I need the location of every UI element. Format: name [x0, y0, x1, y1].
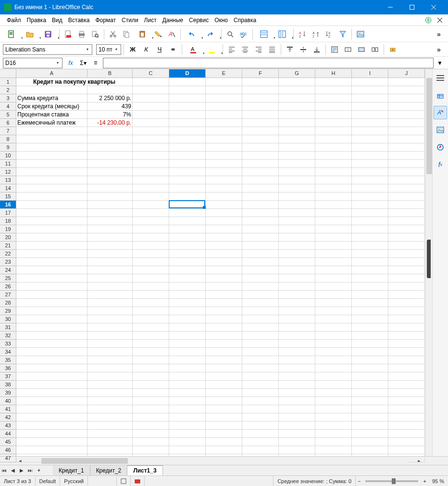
cell-H17[interactable]	[315, 209, 352, 217]
cell-B14[interactable]	[87, 184, 133, 192]
save-button[interactable]	[39, 28, 57, 40]
cell-A43[interactable]	[16, 422, 87, 430]
cell-F8[interactable]	[242, 135, 279, 143]
cell-J26[interactable]	[388, 282, 425, 291]
cell-J17[interactable]	[388, 209, 425, 217]
cell-E8[interactable]	[206, 135, 242, 143]
cell-I38[interactable]	[352, 381, 388, 389]
cell-G46[interactable]	[279, 446, 315, 454]
cell-D21[interactable]	[169, 242, 206, 250]
tab-last-button[interactable]: ⏭	[26, 465, 35, 475]
cell-G12[interactable]	[279, 168, 315, 176]
cell-B2[interactable]	[87, 86, 133, 94]
cell-A23[interactable]	[16, 258, 87, 266]
cell-A25[interactable]	[16, 274, 87, 282]
cell-G41[interactable]	[279, 405, 315, 413]
cell-D31[interactable]	[169, 323, 206, 332]
cell-G25[interactable]	[279, 274, 315, 282]
row-header-3[interactable]: 3	[0, 94, 16, 102]
row-header-32[interactable]: 32	[0, 332, 16, 340]
cell-H25[interactable]	[315, 274, 352, 282]
cell-C38[interactable]	[133, 381, 169, 389]
cell-D7[interactable]	[169, 127, 206, 135]
cell-C46[interactable]	[133, 446, 169, 454]
cell-G16[interactable]	[279, 201, 315, 209]
cell-J7[interactable]	[388, 127, 425, 135]
cell-B7[interactable]	[87, 127, 133, 135]
row-header-41[interactable]: 41	[0, 405, 16, 413]
sidebar-menu-icon[interactable]	[434, 71, 447, 85]
cell-A1[interactable]: Кредит на покупку квартиры	[16, 78, 133, 86]
row-header-37[interactable]: 37	[0, 372, 16, 381]
cell-C19[interactable]	[133, 225, 169, 233]
cell-F18[interactable]	[242, 217, 279, 225]
function-wizard-button[interactable]: fx	[65, 58, 76, 68]
cell-I17[interactable]	[352, 209, 388, 217]
cell-J11[interactable]	[388, 160, 425, 168]
properties-icon[interactable]	[434, 89, 447, 102]
status-aggregate[interactable]: Среднее значение: ; Сумма: 0	[273, 476, 356, 486]
cell-D4[interactable]	[169, 102, 206, 111]
cell-E30[interactable]	[206, 315, 242, 323]
cell-F20[interactable]	[242, 233, 279, 242]
cell-G23[interactable]	[279, 258, 315, 266]
row-header-44[interactable]: 44	[0, 430, 16, 438]
cell-A14[interactable]	[16, 184, 87, 192]
image-button[interactable]	[354, 28, 367, 40]
cell-H2[interactable]	[315, 86, 352, 94]
cell-F28[interactable]	[242, 299, 279, 307]
highlight-button[interactable]	[203, 43, 220, 56]
cell-J32[interactable]	[388, 332, 425, 340]
cell-I23[interactable]	[352, 258, 388, 266]
cell-I14[interactable]	[352, 184, 388, 192]
cell-C42[interactable]	[133, 413, 169, 422]
cell-E27[interactable]	[206, 291, 242, 299]
cell-H27[interactable]	[315, 291, 352, 299]
cell-F17[interactable]	[242, 209, 279, 217]
cell-J25[interactable]	[388, 274, 425, 282]
cell-A33[interactable]	[16, 340, 87, 348]
cell-F44[interactable]	[242, 430, 279, 438]
cell-I12[interactable]	[352, 168, 388, 176]
cell-G21[interactable]	[279, 242, 315, 250]
cell-A38[interactable]	[16, 381, 87, 389]
underline-button[interactable]: Ч	[153, 43, 166, 56]
cell-H7[interactable]	[315, 127, 352, 135]
cell-D45[interactable]	[169, 438, 206, 446]
cell-H3[interactable]	[315, 94, 352, 102]
cell-F29[interactable]	[242, 307, 279, 315]
cell-C4[interactable]	[133, 102, 169, 111]
cell-E24[interactable]	[206, 266, 242, 274]
toolbar-overflow-button[interactable]: »	[433, 28, 445, 40]
cell-F43[interactable]	[242, 422, 279, 430]
cell-F13[interactable]	[242, 176, 279, 184]
minimize-button[interactable]	[379, 0, 401, 14]
cell-H32[interactable]	[315, 332, 352, 340]
cell-G17[interactable]	[279, 209, 315, 217]
cell-B9[interactable]	[87, 143, 133, 152]
row-header-29[interactable]: 29	[0, 307, 16, 315]
close-doc-icon[interactable]	[436, 16, 444, 25]
cell-B27[interactable]	[87, 291, 133, 299]
cell-I27[interactable]	[352, 291, 388, 299]
cell-G38[interactable]	[279, 381, 315, 389]
tab-prev-button[interactable]: ◀	[9, 465, 17, 475]
redo-button[interactable]	[201, 28, 219, 40]
cell-D38[interactable]	[169, 381, 206, 389]
sum-button[interactable]: Σ▾	[78, 58, 88, 68]
cell-G27[interactable]	[279, 291, 315, 299]
cell-D8[interactable]	[169, 135, 206, 143]
cell-B25[interactable]	[87, 274, 133, 282]
cell-J29[interactable]	[388, 307, 425, 315]
row-header-46[interactable]: 46	[0, 446, 16, 454]
cell-J19[interactable]	[388, 225, 425, 233]
cell-D39[interactable]	[169, 389, 206, 397]
row-header-33[interactable]: 33	[0, 340, 16, 348]
cell-D26[interactable]	[169, 282, 206, 291]
zoom-slider[interactable]	[365, 480, 418, 482]
cell-E20[interactable]	[206, 233, 242, 242]
cell-F5[interactable]	[242, 111, 279, 119]
cell-A5[interactable]: Процентная ставка	[16, 111, 87, 119]
cell-D29[interactable]	[169, 307, 206, 315]
cell-G33[interactable]	[279, 340, 315, 348]
